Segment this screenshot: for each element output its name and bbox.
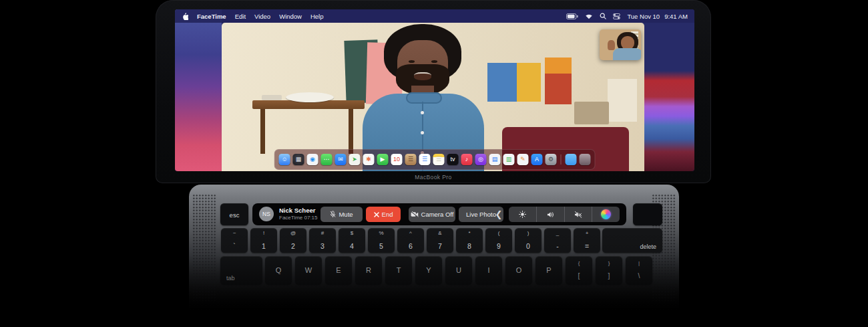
mute-volume-button[interactable]	[564, 207, 592, 222]
pip-woman-face	[621, 36, 634, 49]
menu-item[interactable]: Window	[279, 13, 302, 20]
dock-icon-system-preferences[interactable]: ⚙	[546, 154, 557, 165]
dock-divider	[561, 154, 562, 165]
key[interactable]: R	[355, 256, 382, 284]
tab-key[interactable]: tab	[220, 256, 262, 284]
dock-icon-reminders[interactable]: ☰	[419, 154, 431, 165]
volume-button[interactable]	[536, 207, 564, 222]
brightness-button[interactable]	[509, 207, 536, 222]
speaker-icon	[547, 211, 554, 218]
dock-icon-calendar[interactable]: 10	[391, 154, 403, 165]
dock-icon-trash[interactable]	[580, 154, 591, 165]
key[interactable]: ( 9	[485, 228, 512, 253]
key[interactable]: & 7	[427, 228, 453, 253]
key[interactable]: P	[535, 256, 562, 284]
menu-item[interactable]: Help	[310, 13, 324, 20]
siri-button[interactable]	[592, 207, 620, 222]
table-leg	[260, 107, 265, 154]
menu-item[interactable]: Video	[254, 13, 270, 20]
macbook-lid: FaceTime EditVideoWindowHelp	[156, 0, 711, 183]
dock-icon-tv[interactable]: tv	[447, 154, 459, 165]
end-call-button[interactable]: End	[366, 207, 401, 222]
control-strip-expand-chevron[interactable]: ❮	[490, 207, 507, 222]
dock-icon-safari[interactable]: ◉	[307, 154, 318, 165]
mute-button[interactable]: Mute	[320, 207, 363, 222]
dock-icon-messages[interactable]: ⋯	[321, 154, 333, 165]
key[interactable]: * 8	[456, 228, 483, 253]
key[interactable]: _ -	[544, 228, 571, 253]
control-strip	[509, 207, 620, 222]
dock-icon-appstore[interactable]: A	[531, 154, 543, 165]
man-eye	[431, 60, 437, 63]
painting-blue-yellow	[487, 63, 541, 102]
dock-icon-mail[interactable]: ✉	[335, 154, 347, 165]
key[interactable]: W	[295, 256, 322, 284]
delete-key[interactable]: delete	[602, 228, 662, 253]
key[interactable]: T	[385, 256, 412, 284]
dock-icon-maps[interactable]: ➤	[349, 154, 361, 165]
painting-orange-red	[545, 58, 572, 104]
dock-icon-pages[interactable]: ✎	[517, 154, 529, 165]
key[interactable]: { [	[566, 256, 592, 284]
end-label: End	[382, 211, 393, 218]
dock-icon-contacts[interactable]: ☰	[405, 154, 417, 165]
key[interactable]: ~ `	[221, 228, 248, 253]
pip-self-view[interactable]	[600, 29, 641, 60]
control-center-icon[interactable]	[613, 13, 620, 19]
key[interactable]: O	[505, 256, 532, 284]
device-label: MacBook Pro	[156, 174, 711, 181]
dock-icon-music[interactable]: ♪	[461, 154, 473, 165]
key[interactable]: } ]	[596, 256, 622, 284]
dock-icon-podcasts[interactable]: ◎	[475, 154, 487, 165]
menu-bar-clock[interactable]: Tue Nov 10 9:41 AM	[627, 13, 688, 20]
microphone-slash-icon	[330, 211, 336, 218]
x-icon	[374, 212, 379, 217]
dock-icon-facetime[interactable]: ▶	[377, 154, 389, 165]
camera-off-button[interactable]: Camera Off	[409, 207, 455, 222]
esc-key[interactable]: esc	[220, 203, 248, 225]
shirt-button	[421, 131, 424, 134]
key[interactable]: I	[475, 256, 502, 284]
paint-tubes	[262, 95, 282, 100]
dock-icon-notes[interactable]: ☰	[433, 154, 445, 165]
caller-name: Nick Scheer	[279, 207, 315, 214]
menu-app-name[interactable]: FaceTime	[197, 13, 226, 20]
key[interactable]: ^ 6	[397, 228, 424, 253]
key[interactable]: E	[325, 256, 352, 284]
dock-icon-downloads-folder[interactable]	[566, 154, 577, 165]
dock-icon-finder[interactable]: ☺	[279, 154, 290, 165]
battery-icon[interactable]	[566, 13, 578, 19]
dock-icon-photos[interactable]: ✱	[363, 154, 375, 165]
key[interactable]: Y	[415, 256, 442, 284]
apple-menu-icon[interactable]	[182, 12, 188, 20]
touch-bar: NS Nick Scheer FaceTime 07:15 Mute End C…	[252, 203, 626, 225]
key[interactable]: ) 0	[515, 228, 541, 253]
key[interactable]: @ 2	[280, 228, 306, 253]
dock-icon-numbers[interactable]: ▥	[503, 154, 515, 165]
key[interactable]: | \	[626, 256, 652, 284]
key[interactable]: $ 4	[339, 228, 365, 253]
letter-row: QWERTYUIOP { [ } ] | \	[265, 256, 652, 284]
camera-off-label: Camera Off	[421, 211, 454, 218]
key[interactable]: Q	[265, 256, 292, 284]
dock-icon-keynote[interactable]: ▤	[489, 154, 501, 165]
camera-slash-icon	[411, 211, 419, 217]
dock-icon-launchpad[interactable]: ▦	[293, 154, 304, 165]
menu-bar-time: 9:41 AM	[664, 13, 688, 20]
key[interactable]: U	[445, 256, 472, 284]
menu-bar-status-area: Tue Nov 10 9:41 AM	[566, 13, 688, 20]
mute-label: Mute	[339, 211, 353, 218]
shirt-button	[421, 111, 424, 114]
white-canvas	[608, 79, 637, 122]
key[interactable]: % 5	[368, 228, 395, 253]
menu-item[interactable]: Edit	[235, 13, 246, 20]
key[interactable]: + =	[574, 228, 600, 253]
pip-woman-shirt	[613, 48, 641, 60]
touch-id-key[interactable]	[633, 203, 662, 225]
paint-palette	[286, 92, 334, 102]
key[interactable]: # 3	[309, 228, 336, 253]
wifi-icon[interactable]	[585, 13, 593, 19]
key[interactable]: ! 1	[250, 228, 277, 253]
spotlight-search-icon[interactable]	[600, 13, 606, 19]
brightness-icon	[519, 211, 526, 218]
